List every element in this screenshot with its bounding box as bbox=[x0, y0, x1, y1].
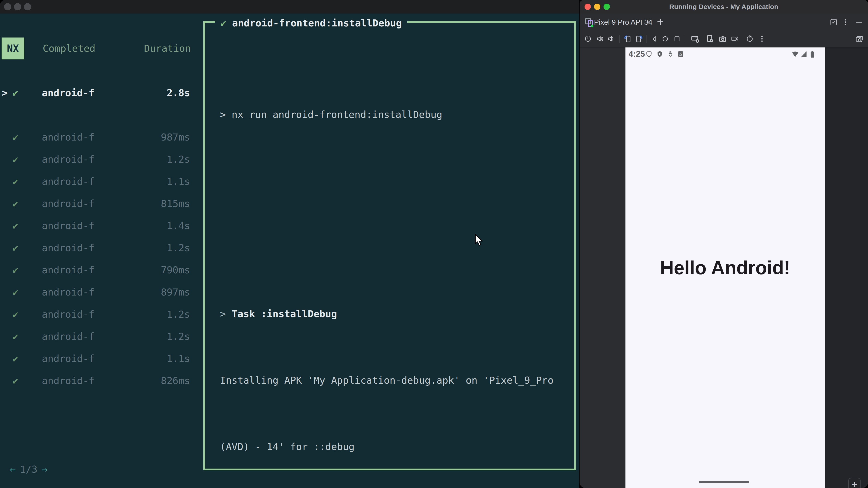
task-row[interactable]: ✔ android-f 1.2s bbox=[0, 148, 197, 170]
studio-titlebar[interactable]: Running Devices - My Application bbox=[580, 0, 868, 13]
toolbar-separator bbox=[685, 35, 685, 43]
window-close-button[interactable] bbox=[4, 3, 11, 10]
task-name: android-f bbox=[42, 369, 94, 392]
task-output-panel: ✔ android-frontend:installDebug > nx run… bbox=[203, 21, 576, 470]
task-row[interactable]: ✔ android-f 790ms bbox=[0, 259, 197, 281]
task-row[interactable]: ✔ android-f 826ms bbox=[0, 369, 197, 392]
svg-text:A: A bbox=[680, 52, 682, 55]
task-duration: 2.8s bbox=[166, 82, 190, 104]
task-row[interactable]: ✔ android-f 1.2s bbox=[0, 237, 197, 259]
home-icon[interactable] bbox=[660, 34, 670, 44]
task-name: android-f bbox=[42, 281, 94, 303]
zoom-controls: + − 1:1 bbox=[848, 478, 861, 488]
emulator-side-panel bbox=[580, 47, 625, 488]
emulator-screen[interactable]: 4:25 A Hello Android! bbox=[625, 47, 825, 488]
task-row[interactable]: ✔ android-f 987ms bbox=[0, 126, 197, 148]
task-row-selected[interactable]: > ✔ android-f 2.8s bbox=[0, 82, 197, 104]
task-row[interactable]: ✔ android-f 1.2s bbox=[0, 303, 197, 325]
terminal-window: NX Completed Duration > ✔ android-f 2.8s… bbox=[0, 0, 579, 488]
power-icon[interactable] bbox=[583, 34, 593, 44]
task-row[interactable]: ✔ android-f 897ms bbox=[0, 281, 197, 303]
overview-icon[interactable] bbox=[672, 34, 682, 44]
device-settings-icon[interactable] bbox=[705, 34, 715, 44]
terminal-titlebar[interactable] bbox=[0, 0, 579, 13]
check-icon: ✔ bbox=[12, 303, 18, 325]
gesture-bar[interactable] bbox=[699, 481, 749, 483]
task-row[interactable]: ✔ android-f 815ms bbox=[0, 193, 197, 215]
check-icon: ✔ bbox=[12, 259, 18, 281]
mouse-cursor bbox=[474, 234, 485, 247]
wifi-icon bbox=[792, 51, 799, 58]
running-devices-window: Running Devices - My Application Pixel 9… bbox=[580, 0, 868, 488]
wellbeing-icon bbox=[667, 51, 674, 57]
task-name: android-f bbox=[42, 170, 94, 193]
prev-page-arrow[interactable]: ← bbox=[10, 464, 16, 475]
input-icon[interactable] bbox=[690, 34, 700, 44]
status-time: 4:25 bbox=[629, 47, 645, 61]
task-duration: 1.2s bbox=[166, 237, 190, 259]
window-zoom-button[interactable] bbox=[24, 3, 31, 10]
task-duration: 897ms bbox=[161, 281, 190, 303]
task-name: android-f bbox=[42, 303, 94, 325]
task-name: android-f bbox=[42, 215, 94, 237]
record-icon[interactable] bbox=[730, 34, 740, 44]
window-minimize-button[interactable] bbox=[14, 3, 21, 10]
shield-play-icon bbox=[656, 51, 663, 58]
hide-icon[interactable] bbox=[855, 19, 863, 26]
check-icon: ✔ bbox=[220, 18, 226, 29]
check-icon: ✔ bbox=[12, 281, 18, 303]
signal-icon bbox=[800, 51, 808, 58]
terminal-output: > nx run android-frontend:installDebug >… bbox=[220, 59, 554, 488]
tab-close-icon[interactable]: × bbox=[647, 13, 651, 31]
column-header-duration: Duration bbox=[144, 37, 191, 59]
tab-pixel-9-pro[interactable]: Pixel 9 Pro API 34 × bbox=[580, 13, 657, 31]
nx-logo: NX bbox=[2, 37, 24, 59]
task-name: android-f bbox=[42, 148, 94, 170]
close-button[interactable] bbox=[585, 4, 591, 10]
more-vertical-icon[interactable] bbox=[842, 19, 849, 26]
check-icon: ✔ bbox=[12, 126, 18, 148]
toolbar-separator bbox=[647, 35, 647, 43]
task-row[interactable]: ✔ android-f 1.1s bbox=[0, 348, 197, 369]
dock-window-icon[interactable] bbox=[830, 19, 837, 26]
emulator-content-area: 4:25 A Hello Android! + − 1:1 bbox=[580, 47, 868, 488]
volume-up-icon[interactable] bbox=[595, 34, 605, 44]
maximize-button[interactable] bbox=[603, 4, 610, 10]
task-name: android-f bbox=[42, 348, 94, 369]
toolbar-separator bbox=[619, 35, 620, 43]
check-icon: ✔ bbox=[12, 148, 18, 170]
check-icon: ✔ bbox=[12, 170, 18, 193]
check-icon: ✔ bbox=[12, 193, 18, 215]
task-duration: 1.2s bbox=[166, 303, 190, 325]
task-name: android-f bbox=[42, 325, 94, 348]
install-line-2: (AVD) - 14' for ::debug bbox=[220, 435, 554, 458]
task-duration: 826ms bbox=[161, 369, 190, 392]
task-output-title: ✔ android-frontend:installDebug bbox=[215, 15, 407, 31]
zoom-in-button[interactable]: + bbox=[849, 479, 860, 488]
next-page-arrow[interactable]: → bbox=[41, 464, 48, 475]
screen-zoom-icon[interactable] bbox=[855, 34, 864, 44]
new-tab-button[interactable]: + bbox=[657, 13, 664, 31]
hello-android-text: Hello Android! bbox=[625, 258, 825, 278]
desktop: NX Completed Duration > ✔ android-f 2.8s… bbox=[0, 0, 868, 488]
back-icon[interactable] bbox=[649, 34, 659, 44]
install-line-1: Installing APK 'My Application-debug.apk… bbox=[220, 369, 554, 391]
task-row[interactable]: ✔ android-f 1.2s bbox=[0, 325, 197, 348]
task-name: android-f bbox=[42, 193, 94, 215]
task-duration: 790ms bbox=[161, 259, 190, 281]
column-header-completed: Completed bbox=[43, 37, 95, 59]
rotate-right-icon[interactable] bbox=[634, 34, 644, 44]
check-icon: ✔ bbox=[12, 82, 18, 104]
screenshot-icon[interactable] bbox=[718, 34, 727, 44]
check-icon: ✔ bbox=[12, 237, 18, 259]
rotate-left-icon[interactable] bbox=[623, 34, 633, 44]
check-icon: ✔ bbox=[12, 325, 18, 348]
task-row[interactable]: ✔ android-f 1.4s bbox=[0, 215, 197, 237]
more-vertical-icon[interactable] bbox=[757, 34, 767, 44]
minimize-button[interactable] bbox=[594, 4, 600, 10]
volume-down-icon[interactable] bbox=[606, 34, 616, 44]
task-row[interactable]: ✔ android-f 1.1s bbox=[0, 170, 197, 193]
check-icon: ✔ bbox=[12, 369, 18, 392]
device-tab-icon bbox=[585, 17, 595, 28]
reset-icon[interactable] bbox=[745, 34, 755, 44]
